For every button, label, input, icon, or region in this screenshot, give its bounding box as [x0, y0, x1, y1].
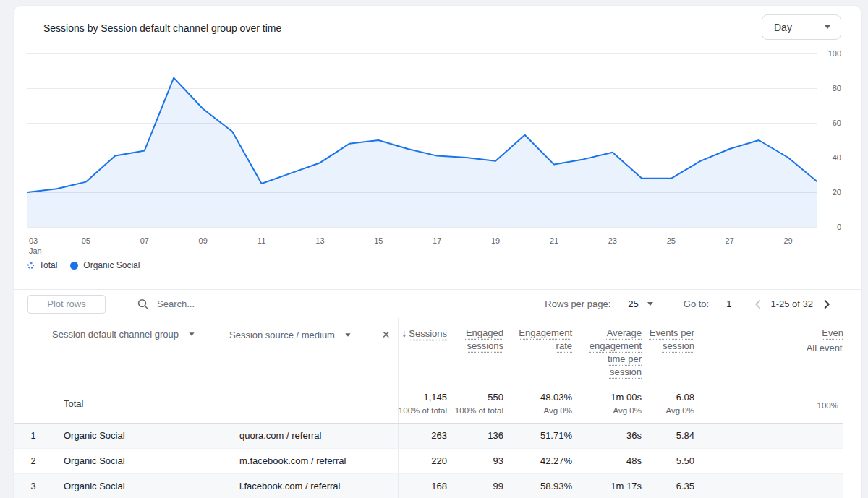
x-axis-tick: 23 — [608, 236, 617, 246]
pagination-controls: Rows per page: 25 Go to: 1 1-25 of 32 — [545, 296, 835, 312]
event-count-subheader: All events — [697, 342, 843, 355]
rows-per-page-value[interactable]: 25 — [628, 299, 638, 309]
total-events-per-session: 6.08Avg 0% — [644, 385, 697, 423]
total-avg-engagement-time: 1m 00sAvg 0% — [575, 385, 644, 423]
table-total-row: Total 1,145100% of total 550100% of tota… — [14, 385, 843, 423]
cell-sessions: 168 — [398, 473, 450, 498]
rows-per-page-chevron-icon[interactable] — [647, 302, 653, 306]
y-axis-tick: 60 — [833, 119, 841, 127]
legend-item-organic-social[interactable]: Organic Social — [70, 260, 140, 270]
sort-descending-icon: ↓ — [401, 327, 407, 339]
column-header-events-per-session[interactable]: Events per session — [644, 318, 697, 385]
y-axis-tick: 40 — [833, 153, 841, 162]
granularity-value: Day — [774, 22, 792, 33]
x-axis-tick: 21 — [550, 236, 558, 246]
cell-engagement-rate: 58.93% — [506, 473, 575, 498]
cell-avg-engagement-time: 1m 17s — [575, 473, 644, 498]
search-icon — [137, 298, 150, 311]
x-axis-tick: 07 — [140, 236, 149, 246]
x-axis-tick: 19 — [491, 236, 500, 246]
x-axis-tick: 29 — [783, 236, 792, 246]
cell-engaged-sessions: 136 — [450, 423, 506, 448]
data-table-container: Session default channel group Session so… — [14, 318, 843, 498]
cell-event-count — [697, 423, 843, 448]
x-axis-tick: 17 — [433, 236, 441, 246]
line-chart-canvas — [27, 47, 817, 228]
cell-engaged-sessions: 93 — [450, 448, 506, 473]
go-to-input[interactable]: 1 — [726, 299, 731, 309]
x-axis-tick: 15 — [374, 236, 383, 246]
cell-source-medium: m.facebook.com / referral — [229, 448, 398, 473]
rows-per-page-label: Rows per page: — [545, 299, 610, 309]
column-header-engagement-rate[interactable]: Engagement rate — [506, 318, 575, 385]
y-axis-tick: 80 — [833, 84, 841, 93]
cell-avg-engagement-time: 48s — [575, 448, 644, 473]
cell-events-per-session: 5.50 — [644, 448, 697, 473]
x-axis-tick: 05 — [82, 236, 90, 246]
x-axis-tick: 03Jan — [29, 236, 42, 256]
column-header-engaged-sessions[interactable]: Engaged sessions — [450, 318, 506, 385]
total-sessions: 1,145100% of total — [398, 385, 450, 423]
next-page-icon[interactable] — [819, 296, 835, 312]
sessions-over-time-chart: 020406080100 03Jan0507091113151719212325… — [14, 47, 861, 289]
cell-events-per-session: 5.84 — [644, 423, 697, 448]
row-number-header — [14, 318, 52, 385]
column-header-channel-group[interactable]: Session default channel group — [52, 318, 229, 385]
go-to-label: Go to: — [684, 299, 709, 309]
previous-page-icon[interactable] — [750, 296, 766, 312]
legend-item-total[interactable]: Total — [27, 260, 57, 270]
y-axis-tick: 20 — [833, 188, 841, 197]
column-header-sessions[interactable]: ↓Sessions — [398, 318, 450, 385]
row-number: 3 — [14, 473, 52, 498]
x-axis-tick: 11 — [258, 236, 265, 246]
table-toolbar: Plot rows Rows per page: 25 Go to: 1 1-2… — [14, 289, 861, 318]
chart-legend: Total Organic Social — [27, 260, 140, 270]
cell-event-count — [697, 473, 843, 498]
cell-event-count — [697, 448, 843, 473]
total-label: Total — [52, 385, 229, 423]
table-row: 1 Organic Social quora.com / referral 26… — [14, 423, 843, 448]
cell-engagement-rate: 42.27% — [506, 448, 575, 473]
cell-engagement-rate: 51.71% — [506, 423, 575, 448]
column-header-source-medium[interactable]: Session source / medium ✕ — [229, 318, 398, 385]
table-row: 3 Organic Social l.facebook.com / referr… — [14, 473, 843, 498]
x-axis-tick: 27 — [726, 236, 734, 246]
chevron-down-icon — [825, 25, 830, 29]
cell-sessions: 220 — [398, 448, 450, 473]
report-header: Sessions by Session default channel grou… — [14, 6, 861, 47]
cell-events-per-session: 6.35 — [644, 473, 697, 498]
cell-source-medium: l.facebook.com / referral — [229, 473, 398, 498]
report-card: Sessions by Session default channel grou… — [14, 6, 861, 498]
column-header-event-count[interactable]: Event count All events — [697, 318, 843, 385]
y-axis-tick: 0 — [837, 223, 841, 231]
table-header-row: Session default channel group Session so… — [14, 318, 843, 385]
granularity-select[interactable]: Day — [762, 14, 841, 40]
table-row: 2 Organic Social m.facebook.com / referr… — [14, 448, 843, 473]
total-event-count: 100% — [697, 385, 843, 423]
cell-channel-group: Organic Social — [52, 473, 229, 498]
dimension-chevron-icon[interactable] — [345, 333, 350, 337]
x-axis-tick: 09 — [199, 236, 208, 246]
plot-rows-button[interactable]: Plot rows — [27, 295, 106, 314]
x-axis-tick: 13 — [315, 236, 324, 246]
page-title: Sessions by Session default channel grou… — [43, 22, 281, 34]
cell-channel-group: Organic Social — [52, 423, 229, 448]
page-range-label: 1-25 of 32 — [770, 299, 813, 309]
total-dashed-circle-icon — [27, 262, 34, 269]
y-axis-tick: 100 — [828, 49, 841, 58]
remove-dimension-icon[interactable]: ✕ — [382, 329, 391, 340]
cell-engaged-sessions: 99 — [450, 473, 506, 498]
toolbar-divider — [122, 290, 122, 318]
organic-social-dot-icon — [70, 262, 78, 270]
cell-sessions: 263 — [398, 423, 450, 448]
cell-source-medium: quora.com / referral — [229, 423, 398, 448]
total-engagement-rate: 48.03%Avg 0% — [506, 385, 575, 423]
search-input[interactable] — [157, 299, 345, 309]
dimension-chevron-icon[interactable] — [189, 332, 194, 336]
column-header-avg-engagement-time[interactable]: Average engagement time per session — [575, 318, 644, 385]
row-number: 1 — [14, 423, 52, 448]
data-table: Session default channel group Session so… — [14, 318, 843, 498]
cell-channel-group: Organic Social — [52, 448, 229, 473]
total-engaged-sessions: 550100% of total — [450, 385, 506, 423]
row-number: 2 — [14, 448, 52, 473]
